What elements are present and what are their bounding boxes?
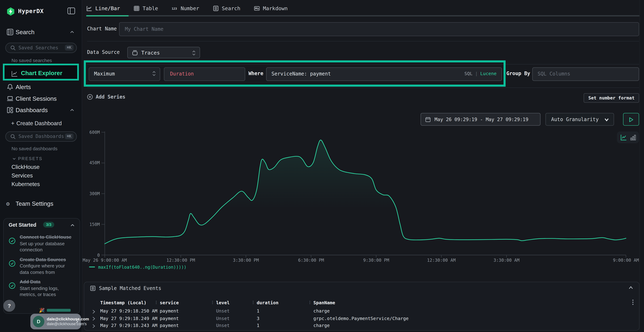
get-started-item[interactable]: Create Data SourcesConfigure where your … — [8, 256, 76, 276]
query-language-toggle: SQL|Lucene — [464, 71, 496, 76]
row-expand-icon[interactable] — [92, 324, 96, 328]
data-source-select[interactable]: Traces — [127, 47, 200, 58]
cell-timestamp: May 27 9:29:18.249 AM — [100, 316, 160, 321]
line-chart-icon — [86, 5, 92, 11]
chevron-up-icon[interactable] — [628, 286, 634, 290]
preset-dashboard-item[interactable]: ClickHouse — [12, 164, 40, 171]
column-header[interactable]: ⋮level — [216, 300, 257, 305]
lucene-toggle[interactable]: Lucene — [480, 71, 496, 76]
cell-service: payment — [160, 330, 216, 330]
obscured-text — [47, 309, 70, 312]
presets-toggle[interactable]: PRESETS — [0, 156, 82, 162]
preset-dashboard-item[interactable]: Kubernetes — [12, 181, 40, 188]
chart-name-label: Chart Name — [87, 26, 117, 32]
presets-label: PRESETS — [18, 156, 42, 161]
search-section-icon — [6, 28, 14, 36]
saved-searches-input[interactable]: Saved Searches ⌘K — [5, 43, 77, 53]
table-row[interactable]: May 27 9:29:18.250 AM payment Unset 1 ch… — [92, 308, 628, 315]
sidebar-item-team-settings[interactable]: ⚙ Team Settings — [0, 198, 82, 209]
get-started-progress-badge: 3/3 — [43, 222, 54, 227]
create-dashboard-label: Create Dashboard — [16, 120, 62, 126]
scrollbar-gutter[interactable] — [640, 0, 644, 332]
chart-name-input[interactable]: My Chart Name — [119, 22, 639, 36]
set-number-format-button[interactable]: Set number format — [584, 93, 639, 103]
laptop-icon — [6, 95, 14, 102]
cell-duration: 1 — [257, 330, 314, 330]
get-started-hidden-item: 🎉 — [39, 308, 70, 313]
y-tick-label: 450M — [82, 160, 100, 165]
sidebar-collapse-icon[interactable] — [68, 7, 75, 14]
chart-plot-area — [82, 130, 644, 259]
cell-level: Unset — [216, 308, 257, 314]
add-series-button[interactable]: Add Series — [87, 94, 126, 100]
sidebar-item-client-sessions[interactable]: Client Sessions — [0, 93, 82, 104]
field-input[interactable]: Duration — [164, 68, 245, 81]
traces-source-icon — [132, 50, 138, 56]
granularity-select[interactable]: Auto Granularity — [546, 113, 614, 126]
sidebar-section-search[interactable]: Search — [0, 27, 82, 37]
search-icon — [10, 134, 16, 139]
column-grip-icon[interactable]: ⋮ — [154, 300, 158, 304]
column-header[interactable]: ⋮duration — [257, 300, 314, 305]
tab-table[interactable]: Table — [134, 5, 158, 11]
aggregation-value: Maximum — [94, 71, 115, 77]
chart-explorer-icon — [11, 70, 18, 77]
sidebar-item-label: Search — [16, 29, 34, 36]
column-header[interactable]: Timestamp (Local) — [100, 300, 160, 305]
tab-markdown[interactable]: Markdown — [254, 5, 288, 11]
table-row[interactable]: May 27 9:29:18.243 AM payment Unset 1 gr… — [92, 329, 628, 330]
time-toolbar: May 26 09:29:19 - May 27 09:29:19 Auto G… — [87, 113, 639, 126]
tab-number[interactable]: 123Number — [172, 5, 199, 11]
hyperdx-logo-icon — [6, 7, 15, 16]
column-header[interactable]: ⋮SpanName — [314, 300, 628, 305]
user-account-chip[interactable]: D dale@clickhouse.com dale@clickhouse.co… — [30, 314, 81, 329]
get-started-item-title: Connect to ClickHouse — [20, 234, 72, 240]
preset-dashboard-item[interactable]: Services — [12, 172, 33, 180]
date-range-picker[interactable]: May 26 09:29:19 - May 27 09:29:19 — [420, 113, 540, 126]
row-expand-icon[interactable] — [92, 309, 96, 313]
create-dashboard-button[interactable]: + Create Dashboard — [0, 120, 82, 127]
timeseries-chart[interactable]: 0150M300M450M600M May 26 9:00:00 AM12:30… — [82, 130, 644, 272]
main-content: Line/BarTable123NumberSearchMarkdown Cha… — [82, 0, 644, 332]
calendar-icon — [425, 117, 431, 122]
brand-title: HyperDX — [18, 8, 44, 14]
column-grip-icon[interactable]: ⋮ — [211, 300, 214, 304]
no-saved-dashboards-text: No saved dashboards — [12, 146, 58, 151]
kebab-menu-icon[interactable] — [632, 300, 634, 305]
get-started-item[interactable]: Connect to ClickHouseSet up your databas… — [8, 234, 76, 253]
events-table-header: Timestamp (Local)⋮service⋮level⋮duration… — [92, 298, 628, 308]
help-button[interactable]: ? — [3, 300, 15, 312]
series-actions-row: Add Series Set number format — [87, 93, 639, 103]
table-row[interactable]: May 27 9:29:18.249 AM payment Unset 3 gr… — [92, 315, 628, 322]
get-started-item[interactable]: Add DataStart sending logs, metrics, or … — [8, 279, 76, 298]
column-grip-icon[interactable]: ⋮ — [308, 300, 312, 304]
saved-dashboards-placeholder: Saved Dashboards — [18, 134, 64, 139]
chevron-up-icon[interactable] — [70, 223, 75, 227]
sidebar-section-dashboards[interactable]: Dashboards — [0, 105, 82, 115]
avatar: D — [33, 316, 44, 327]
saved-dashboards-input[interactable]: Saved Dashboards ⌘K — [5, 132, 77, 142]
sidebar-item-alerts[interactable]: Alerts — [0, 82, 82, 92]
divider — [87, 41, 639, 42]
sql-toggle[interactable]: SQL — [464, 71, 472, 76]
party-emoji-icon: 🎉 — [39, 308, 45, 313]
cell-level: Unset — [216, 316, 257, 321]
row-expand-icon[interactable] — [92, 316, 96, 320]
tab-search[interactable]: Search — [213, 5, 240, 11]
group-by-input[interactable]: SQL Columns — [532, 68, 639, 81]
get-started-item-desc: Start sending logs, metrics, or traces — [20, 286, 59, 297]
where-filter-input[interactable]: ServiceName: payment SQL|Lucene — [266, 68, 502, 81]
aggregation-select[interactable]: Maximum — [89, 68, 160, 81]
gear-icon: ⚙ — [6, 201, 10, 206]
events-header[interactable]: Sample Matched Events — [84, 282, 639, 294]
run-query-button[interactable] — [623, 113, 639, 126]
column-grip-icon[interactable]: ⋮ — [251, 300, 255, 304]
sidebar-item-chart-explorer[interactable]: Chart Explorer — [3, 64, 79, 80]
search-icon — [10, 45, 16, 50]
no-saved-searches-text: No saved searches — [12, 58, 52, 63]
cell-level: Unset — [216, 323, 257, 328]
table-row[interactable]: May 27 9:29:18.243 AM payment Unset 1 ch… — [92, 322, 628, 329]
column-header[interactable]: ⋮service — [160, 300, 216, 305]
tab-line-bar[interactable]: Line/Bar — [86, 5, 120, 11]
chart-legend: maxIf(toFloat640..ng(Duration))))) — [89, 264, 186, 270]
